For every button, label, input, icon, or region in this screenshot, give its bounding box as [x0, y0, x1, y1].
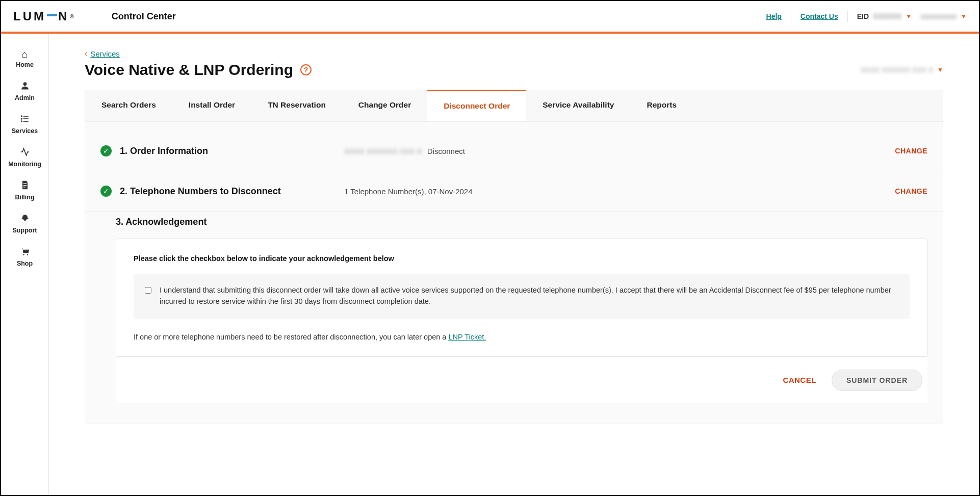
- cart-icon: [20, 246, 30, 258]
- steps-container: ✓ 1. Order Information XXXX XXXXXX XXX X…: [85, 121, 943, 424]
- step-meta: XXXX XXXXXX XXX X Disconnect: [344, 147, 465, 155]
- brand-prefix: LUM: [13, 9, 46, 23]
- sidebar-item-label: Services: [12, 127, 38, 135]
- registered-mark: ®: [70, 14, 75, 19]
- eid-label: EID: [857, 12, 869, 20]
- sidebar-item-monitoring[interactable]: Monitoring: [1, 141, 48, 174]
- sidebar-item-shop[interactable]: Shop: [1, 240, 48, 273]
- change-order-info-link[interactable]: CHANGE: [895, 147, 927, 155]
- sidebar-item-admin[interactable]: Admin: [1, 74, 48, 108]
- submit-order-button[interactable]: SUBMIT ORDER: [832, 370, 922, 391]
- lnp-ticket-link[interactable]: LNP Ticket.: [448, 333, 486, 341]
- ack-instruction: Please click the checkbox below to indic…: [134, 254, 910, 263]
- sidebar-item-label: Monitoring: [8, 161, 41, 168]
- svg-rect-2: [23, 116, 28, 117]
- activity-icon: [20, 147, 30, 159]
- home-icon: ⌂: [21, 49, 28, 59]
- page-title: Voice Native & LNP Ordering: [85, 61, 293, 79]
- sidebar-item-home[interactable]: ⌂ Home: [1, 43, 48, 74]
- cancel-button[interactable]: CANCEL: [783, 376, 816, 384]
- chevron-down-icon: ▼: [961, 13, 967, 20]
- tab-change-order[interactable]: Change Order: [342, 90, 427, 121]
- help-icon[interactable]: ?: [300, 64, 312, 75]
- step-acknowledgement: 3. Acknowledgement Please click the chec…: [85, 212, 943, 403]
- change-tn-link[interactable]: CHANGE: [895, 187, 927, 195]
- sidebar-item-label: Support: [13, 227, 37, 234]
- svg-rect-6: [23, 121, 28, 122]
- page-head: Voice Native & LNP Ordering ? XXXX XXXXX…: [85, 61, 943, 79]
- help-link[interactable]: Help: [766, 12, 782, 20]
- svg-point-10: [23, 254, 24, 255]
- step-order-information: ✓ 1. Order Information XXXX XXXXXX XXX X…: [85, 131, 943, 171]
- sidebar: ⌂ Home Admin Services Monitoring Billi: [1, 34, 49, 495]
- tabs: Search Orders Install Order TN Reservati…: [85, 90, 943, 121]
- context-dropdown[interactable]: XXXX XXXXXX XXX X ▼: [861, 66, 943, 74]
- svg-rect-9: [23, 187, 25, 187]
- chevron-left-icon: ‹: [85, 49, 87, 58]
- divider: [791, 11, 791, 22]
- svg-point-0: [23, 82, 27, 86]
- step-title: 3. Acknowledgement: [116, 217, 927, 227]
- step-telephone-numbers: ✓ 2. Telephone Numbers to Disconnect 1 T…: [85, 171, 943, 212]
- step-title: 2. Telephone Numbers to Disconnect: [120, 186, 344, 197]
- app-title: Control Center: [112, 11, 176, 22]
- svg-rect-8: [23, 185, 27, 186]
- context-value: XXXX XXXXXX XXX X: [861, 66, 933, 74]
- step-meta-suffix: Disconnect: [427, 147, 465, 155]
- check-icon: ✓: [100, 186, 112, 197]
- sidebar-item-support[interactable]: Support: [1, 207, 48, 240]
- user-icon: [20, 81, 30, 92]
- svg-point-1: [20, 115, 22, 117]
- chevron-down-icon: ▼: [937, 66, 943, 73]
- contact-link[interactable]: Contact Us: [801, 12, 838, 20]
- acknowledgement-box: Please click the checkbox below to indic…: [116, 239, 927, 357]
- tab-disconnect-order[interactable]: Disconnect Order: [427, 90, 526, 121]
- step-meta: 1 Telephone Number(s), 07-Nov-2024: [344, 187, 473, 196]
- ack-note: If one or more telephone numbers need to…: [134, 333, 910, 341]
- svg-point-5: [20, 120, 22, 122]
- topbar: LUMN® Control Center Help Contact Us EID…: [1, 1, 979, 34]
- user-value: xxxxxxxxx: [921, 12, 957, 20]
- svg-rect-7: [23, 184, 27, 184]
- support-icon: [20, 213, 30, 225]
- tab-install-order[interactable]: Install Order: [172, 90, 251, 121]
- breadcrumb: ‹ Services: [85, 49, 943, 58]
- invoice-icon: [20, 180, 30, 192]
- sidebar-item-label: Admin: [15, 94, 35, 101]
- step-meta-blurred: XXXX XXXXXX XXX X: [344, 147, 422, 155]
- ack-checkbox[interactable]: [145, 286, 151, 295]
- sidebar-item-label: Home: [16, 61, 34, 68]
- check-icon: ✓: [100, 145, 112, 156]
- main-content: ‹ Services Voice Native & LNP Ordering ?…: [49, 34, 979, 495]
- tab-reports[interactable]: Reports: [630, 90, 693, 121]
- tab-search-orders[interactable]: Search Orders: [85, 90, 172, 121]
- eid-dropdown[interactable]: EID XXXXXX ▼: [857, 12, 912, 20]
- sidebar-item-services[interactable]: Services: [1, 108, 48, 141]
- brand-logo: LUMN®: [13, 9, 76, 23]
- tab-service-availability[interactable]: Service Availability: [526, 90, 630, 121]
- ack-text: I understand that submitting this discon…: [160, 285, 898, 307]
- step-title: 1. Order Information: [120, 146, 344, 156]
- svg-rect-4: [23, 118, 28, 119]
- tab-tn-reservation[interactable]: TN Reservation: [251, 90, 342, 121]
- svg-point-3: [20, 118, 22, 119]
- topbar-right: Help Contact Us EID XXXXXX ▼ xxxxxxxxx ▼: [766, 11, 967, 22]
- ack-checkbox-row: I understand that submitting this discon…: [134, 274, 910, 319]
- divider: [847, 11, 848, 22]
- eid-value: XXXXXX: [873, 12, 901, 20]
- brand-suffix: N: [58, 9, 69, 23]
- sidebar-item-billing[interactable]: Billing: [1, 174, 48, 207]
- breadcrumb-services-link[interactable]: Services: [90, 49, 120, 58]
- user-dropdown[interactable]: xxxxxxxxx ▼: [921, 12, 967, 20]
- list-icon: [20, 114, 30, 125]
- chevron-down-icon: ▼: [906, 13, 912, 20]
- brand-bar-icon: [47, 14, 57, 16]
- ack-note-prefix: If one or more telephone numbers need to…: [134, 333, 448, 341]
- sidebar-item-label: Shop: [17, 260, 33, 267]
- svg-point-11: [27, 254, 28, 255]
- sidebar-item-label: Billing: [15, 194, 34, 201]
- action-bar: CANCEL SUBMIT ORDER: [116, 357, 927, 403]
